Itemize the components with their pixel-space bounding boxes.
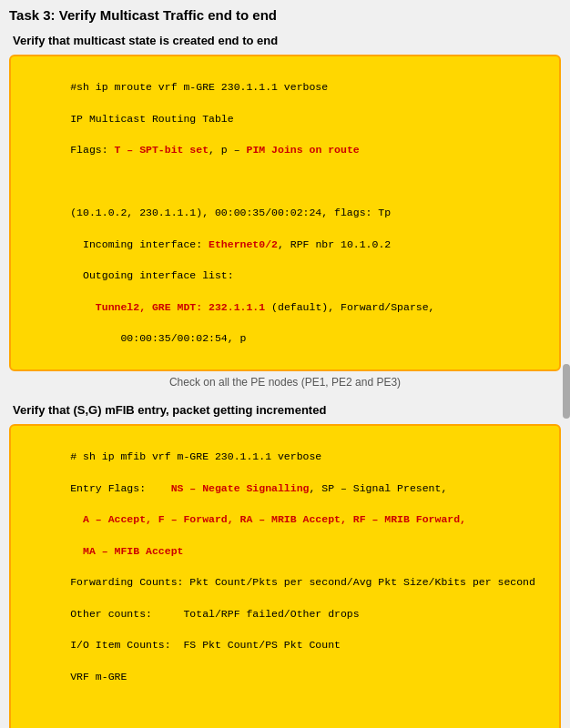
- section-1-code: #sh ip mroute vrf m-GRE 230.1.1.1 verbos…: [9, 55, 561, 371]
- section-2-header: Verify that (S,G) mFIB entry, packet get…: [9, 401, 561, 419]
- section-1: Verify that multicast state is created e…: [9, 32, 561, 389]
- page-title: Task 3: Verify Multicast Traffic end to …: [9, 7, 561, 23]
- section-2: Verify that (S,G) mFIB entry, packet get…: [9, 401, 561, 728]
- section-2-code: # sh ip mfib vrf m-GRE 230.1.1.1 verbose…: [9, 424, 561, 728]
- section-1-note: Check on all the PE nodes (PE1, PE2 and …: [9, 376, 561, 389]
- scrollbar[interactable]: [563, 364, 570, 419]
- section-1-header: Verify that multicast state is created e…: [9, 32, 561, 49]
